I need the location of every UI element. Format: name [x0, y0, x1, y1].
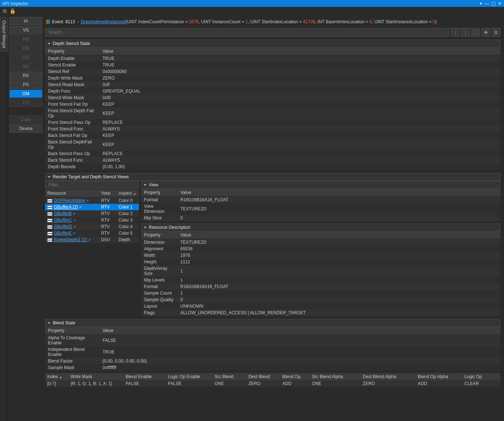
stage-ia[interactable]: IA	[9, 17, 42, 25]
window-controls: ▾ — ▢ ✕	[480, 1, 502, 6]
close-icon[interactable]: ✕	[498, 1, 502, 6]
dropdown-icon[interactable]: ▾	[480, 1, 482, 6]
prop-cell: Format	[141, 283, 177, 290]
section-header-blend-state[interactable]: Blend State	[45, 319, 500, 327]
vtab-strip: Output Merger	[0, 15, 8, 421]
resource-row[interactable]: GBufferD↗RTVColor 4	[45, 223, 139, 230]
maximize-icon[interactable]: ▢	[491, 1, 496, 6]
val-cell: 65536	[177, 246, 500, 252]
resource-link[interactable]: SceneDepthZ (2)	[54, 237, 87, 242]
col-property: Property	[45, 48, 100, 55]
expand-icon[interactable]: ⛶	[471, 28, 480, 37]
draw-call-link[interactable]: DrawIndexedInstanced	[81, 19, 125, 24]
table-row: Mip Levels1	[141, 277, 500, 283]
table-row: Back Stencil FuncALWAYS	[45, 157, 500, 163]
section-header-depth-stencil[interactable]: Depth Stencil State	[45, 40, 500, 48]
prop-cell: Mip Levels	[141, 277, 177, 283]
cell: ZERO	[246, 380, 280, 387]
filter-input[interactable]	[45, 181, 139, 189]
cell: {R: 1, G: 1, B: 1, A: 1}	[68, 380, 123, 387]
popout-icon[interactable]: ↗	[79, 205, 81, 209]
tab-output-merger[interactable]: Output Merger	[0, 17, 8, 52]
stage-ps[interactable]: PS	[9, 81, 42, 89]
col-header[interactable]: Write Mask	[68, 373, 123, 380]
col-header[interactable]: Src Blend Alpha	[310, 373, 361, 380]
table-row: Sample Mask0xffffffff	[45, 364, 500, 371]
col-header[interactable]: Logic Op Enable	[166, 373, 212, 380]
resource-link[interactable]: GBufferD	[54, 224, 72, 229]
resource-link[interactable]: GBufferC	[54, 218, 72, 223]
col-header[interactable]: Blend Op Alpha	[416, 373, 462, 380]
table-row: [0-7]{R: 1, G: 1, B: 1, A: 1}FALSEFALSEO…	[45, 380, 500, 387]
val-cell: UNKNOWN	[177, 303, 500, 309]
resource-row[interactable]: GBufferB↗RTVColor 2	[45, 210, 139, 217]
popout-icon[interactable]: ↗	[86, 199, 89, 203]
resource-link[interactable]: GBufferA (2)	[54, 205, 78, 210]
resource-row[interactable]: GBufferA (2)↗RTVColor 1	[45, 204, 139, 210]
val-cell: 0xf0	[100, 94, 500, 101]
col-header[interactable]: Dest Blend	[246, 373, 280, 380]
popout-icon[interactable]: ↗	[73, 218, 76, 222]
popout-icon[interactable]: ↗	[73, 225, 76, 229]
export-icon[interactable]: 🗎	[492, 28, 500, 37]
col-header[interactable]: Dest Blend Alpha	[361, 373, 416, 380]
resource-row[interactable]: DOFRecombine↗RTVColor 0	[45, 197, 139, 204]
minimize-icon[interactable]: —	[484, 1, 489, 6]
stage-om[interactable]: OM	[9, 90, 42, 98]
stage-rs[interactable]: RS	[9, 72, 42, 80]
col-property: Property	[45, 327, 100, 335]
stage-gs: GS	[9, 53, 42, 61]
prop-cell: Independent Blend Enable	[45, 346, 100, 358]
cell: ONE	[310, 380, 361, 387]
table-row: Depth EnableTRUE	[45, 55, 500, 62]
col-header[interactable]: Logic Op	[462, 373, 500, 380]
section-header-resource-desc[interactable]: Resource Description	[141, 223, 500, 231]
val-cell: ALLOW_UNORDERED_ACCESS | ALLOW_RENDER_TA…	[177, 309, 500, 316]
content: Event 8113 - DrawIndexedInstanced(UINT I…	[44, 15, 504, 421]
prop-cell: Front Stencil Func	[45, 126, 100, 132]
val-cell: 0x00000080	[100, 68, 500, 75]
col-header[interactable]: Blend Op	[280, 373, 310, 380]
resource-row[interactable]: GBufferC↗RTVColor 3	[45, 217, 139, 223]
resource-icon	[47, 238, 52, 242]
lock-icon[interactable]: 🔒	[9, 8, 16, 14]
resource-link[interactable]: GBufferE	[54, 231, 72, 236]
stage-vs[interactable]: VS	[9, 26, 42, 34]
next-icon[interactable]: ⟩	[461, 28, 470, 37]
resource-row[interactable]: GBufferE↗RTVColor 5	[45, 230, 139, 236]
event-row: Event 8113 - DrawIndexedInstanced(UINT I…	[45, 16, 500, 28]
prop-cell: Depth Func	[45, 88, 100, 94]
dock-icon[interactable]: ⧉	[3, 8, 7, 14]
col-resource[interactable]: Resource	[45, 190, 99, 197]
table-row: Front Stencil Fail OpKEEP	[45, 101, 500, 108]
val-cell: 0	[177, 215, 500, 221]
collapse-icon[interactable]: ✚	[481, 28, 490, 37]
popout-icon[interactable]: ↗	[72, 212, 75, 216]
resource-row[interactable]: SceneDepthZ (2)↗DSVDepth	[45, 236, 139, 243]
chevron-down-icon	[48, 322, 51, 324]
prop-cell: Stencil Ref	[45, 68, 100, 75]
resource-link[interactable]: GBufferB	[54, 211, 72, 216]
table-row: View DimensionTEXTURE2D	[141, 203, 500, 215]
col-view[interactable]: View	[99, 190, 116, 197]
col-aspect[interactable]: Aspect▲	[116, 190, 139, 197]
device-button[interactable]: Device	[9, 125, 42, 133]
table-row: FormatR16G16B16A16_FLOAT	[141, 197, 500, 203]
resource-icon	[47, 212, 52, 216]
section-header-render-targets[interactable]: Render Target and Depth Stencil Views	[45, 173, 500, 181]
stage-ds: DS	[9, 44, 42, 52]
col-property: Property	[141, 189, 177, 197]
cell: CLEAR	[462, 380, 500, 387]
resource-link[interactable]: DOFRecombine	[54, 198, 85, 203]
col-header[interactable]: Blend Enable	[123, 373, 165, 380]
prev-icon[interactable]: ⟨	[451, 28, 460, 37]
col-header[interactable]: Index▲	[45, 373, 68, 380]
popout-icon[interactable]: ↗	[88, 238, 91, 242]
section-header-view[interactable]: View	[141, 181, 500, 189]
event-color-bars	[46, 20, 50, 24]
search-input[interactable]	[45, 28, 449, 37]
prop-cell: Width	[141, 252, 177, 259]
popout-icon[interactable]: ↗	[72, 231, 75, 235]
col-header[interactable]: Src Blend	[212, 373, 246, 380]
table-row: Front Stencil Pass OpREPLACE	[45, 119, 500, 126]
